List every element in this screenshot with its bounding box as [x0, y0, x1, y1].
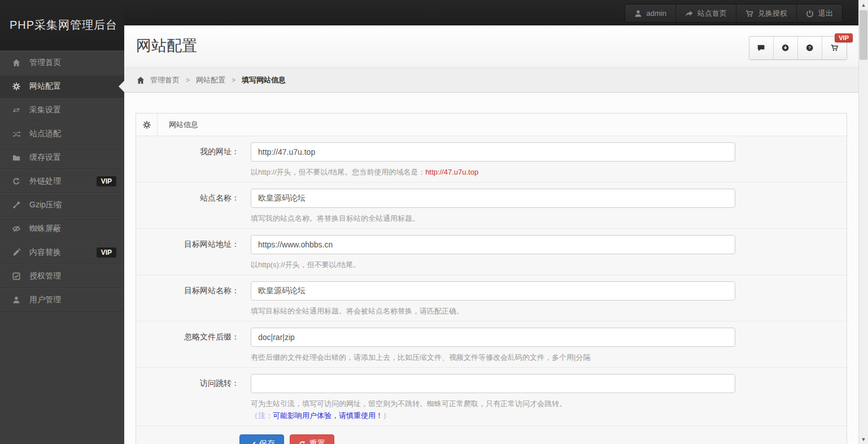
user-icon [634, 10, 642, 18]
cart-icon [831, 44, 838, 51]
refresh-icon [299, 441, 306, 444]
breadcrumb: 管理首页>网站配置>填写网站信息 [124, 68, 858, 93]
target-url-label: 目标网站地址： [136, 235, 239, 271]
home-icon [11, 59, 21, 67]
my-url-label: 我的网址： [136, 142, 239, 178]
sidebar-item-label: 站点适配 [29, 129, 61, 139]
sidebar-item-spider-block[interactable]: 蜘蛛屏蔽 [0, 217, 124, 241]
sidebar-item-label: 授权管理 [29, 271, 61, 281]
scrollbar-thumb[interactable] [860, 10, 867, 60]
breadcrumb-item: 填写网站信息 [242, 75, 286, 85]
topbar-site-home-label: 站点首页 [697, 8, 727, 19]
save-button-label: 保存 [259, 439, 275, 444]
visit-redirect-label: 访问跳转： [136, 374, 239, 421]
sidebar-item-external-links[interactable]: 外链处理VIP [0, 169, 124, 193]
comment-icon [757, 44, 765, 51]
topbar-actions: admin站点首页兑换授权退出 [625, 4, 843, 23]
header-help-button[interactable]: ? [798, 37, 822, 59]
vertical-scrollbar[interactable]: ▲ ▼ [858, 0, 868, 444]
breadcrumb-separator: > [186, 76, 190, 84]
my-url-help-highlight: http://47.u7u.top [425, 168, 478, 176]
sidebar-item-site-adapt[interactable]: 站点适配 [0, 122, 124, 146]
sidebar-item-label: 用户管理 [29, 295, 61, 305]
sidebar-item-label: 蜘蛛屏蔽 [29, 224, 61, 234]
breadcrumb-item[interactable]: 网站配置 [196, 75, 225, 85]
topbar-logout-button[interactable]: 退出 [797, 5, 842, 22]
form-row-target-url: 目标网站地址：以http(s)://开头，但不要以/结尾。 [136, 229, 847, 275]
vip-badge: VIP [835, 33, 853, 42]
form-row-ignore-ext: 忽略文件后缀：有些后缀的文件处理会出错的，请添加上去，比如压缩文件、视频文件等修… [136, 321, 847, 368]
target-name-field: 填写目标站的全站通用标题。将会被站点名称替换，请匹配正确。 [251, 281, 735, 317]
svg-text:?: ? [809, 46, 812, 51]
ignore-ext-field: 有些后缀的文件处理会出错的，请添加上去，比如压缩文件、视频文件等修改会乱码的文件… [251, 328, 735, 363]
header-actions: ? [749, 36, 847, 60]
site-name-input[interactable] [251, 189, 735, 208]
check-icon [248, 441, 256, 444]
pencil-icon [11, 249, 21, 256]
visit-redirect-note: （注：可能影响用户体验，请慎重使用！） [251, 410, 735, 421]
page-header: 网站配置 ? VIP [124, 25, 858, 68]
save-button[interactable]: 保存 [239, 434, 284, 444]
content-area: 网站信息 我的网址：以http://开头，但不要以/结尾。您当前使用的域名是：h… [124, 93, 858, 444]
topbar-admin-button[interactable]: admin [625, 5, 676, 22]
gear-icon [143, 121, 151, 129]
ignore-ext-label: 忽略文件后缀： [136, 328, 239, 363]
header-messages-button[interactable] [749, 37, 774, 59]
sidebar-item-cache-settings[interactable]: 缓存设置 [0, 146, 124, 169]
sidebar-item-site-config[interactable]: 网站配置 [0, 75, 124, 98]
breadcrumb-item[interactable]: 管理首页 [150, 75, 180, 85]
visit-redirect-input[interactable] [251, 374, 735, 393]
folder-icon [11, 154, 21, 162]
panel-title: 网站信息 [158, 114, 198, 136]
form-row-site-name: 站点名称：填写我的站点名称。将替换目标站的全站通用标题。 [136, 182, 847, 229]
active-item-notch [119, 81, 124, 92]
header-updates-button[interactable] [774, 37, 798, 59]
reset-button[interactable]: 重置 [290, 434, 334, 444]
home-icon [137, 76, 145, 84]
target-name-input[interactable] [251, 281, 735, 301]
target-name-help: 填写目标站的全站通用标题。将会被站点名称替换，请匹配正确。 [251, 305, 735, 317]
topbar-exchange-license-label: 兑换授权 [758, 8, 787, 19]
shuffle-icon [11, 130, 21, 138]
topbar-exchange-license-button[interactable]: 兑换授权 [736, 5, 797, 22]
share-arrow-icon [685, 10, 693, 18]
my-url-input[interactable] [251, 142, 735, 162]
sidebar-vip-badge: VIP [97, 176, 116, 186]
sidebar-item-license-manage[interactable]: 授权管理 [0, 264, 124, 288]
breadcrumb-separator: > [232, 76, 235, 84]
app-logo: PHP采集网管理后台 [0, 0, 124, 51]
panel-header: 网站信息 [136, 114, 847, 136]
site-name-help: 填写我的站点名称。将替换目标站的全站通用标题。 [251, 212, 735, 224]
sidebar-item-collect-settings[interactable]: 采集设置 [0, 98, 124, 122]
scroll-down-arrow[interactable]: ▼ [859, 434, 868, 444]
sidebar-vip-badge: VIP [97, 247, 116, 258]
sidebar-item-dashboard[interactable]: 管理首页 [0, 51, 124, 75]
visit-redirect-help: 可为主站引流，填写可访问的网址，留空则为不跳转。蜘蛛可正常爬取，只有正常访问才会… [251, 398, 735, 410]
visit-redirect-field: 可为主站引流，填写可访问的网址，留空则为不跳转。蜘蛛可正常爬取，只有正常访问才会… [251, 374, 735, 421]
site-name-label: 站点名称： [136, 189, 239, 224]
sidebar-item-label: 网站配置 [29, 81, 61, 92]
scroll-up-arrow[interactable]: ▲ [859, 0, 868, 10]
repeat-icon [11, 106, 21, 114]
user-icon [11, 296, 21, 304]
my-url-help: 以http://开头，但不要以/结尾。您当前使用的域名是：http://47.u… [251, 166, 735, 178]
sidebar-menu: 管理首页网站配置采集设置站点适配缓存设置外链处理VIPGzip压缩蜘蛛屏蔽内容替… [0, 51, 124, 312]
form-row-visit-redirect: 访问跳转：可为主站引流，填写可访问的网址，留空则为不跳转。蜘蛛可正常爬取，只有正… [136, 368, 847, 426]
my-url-field: 以http://开头，但不要以/结尾。您当前使用的域名是：http://47.u… [251, 142, 735, 178]
topbar-site-home-button[interactable]: 站点首页 [676, 5, 736, 22]
sidebar-item-label: 外链处理 [29, 176, 61, 186]
power-icon [806, 10, 814, 18]
site-name-field: 填写我的站点名称。将替换目标站的全站通用标题。 [251, 189, 735, 224]
ignore-ext-help: 有些后缀的文件处理会出错的，请添加上去，比如压缩文件、视频文件等修改会乱码的文件… [251, 351, 735, 363]
ignore-ext-input[interactable] [251, 328, 735, 347]
sidebar-item-gzip[interactable]: Gzip压缩 [0, 193, 124, 217]
sidebar-item-label: 管理首页 [29, 58, 61, 68]
topbar-logout-label: 退出 [818, 8, 833, 19]
visit-redirect-note-link: 可能影响用户体验，请慎重使用！ [273, 411, 383, 420]
reset-button-label: 重置 [309, 439, 325, 444]
sidebar-item-content-replace[interactable]: 内容替换VIP [0, 241, 124, 264]
sidebar-item-user-manage[interactable]: 用户管理 [0, 288, 124, 312]
target-url-input[interactable] [251, 235, 735, 254]
site-info-form: 我的网址：以http://开头，但不要以/结尾。您当前使用的域名是：http:/… [136, 136, 847, 426]
check-square-icon [11, 272, 21, 280]
